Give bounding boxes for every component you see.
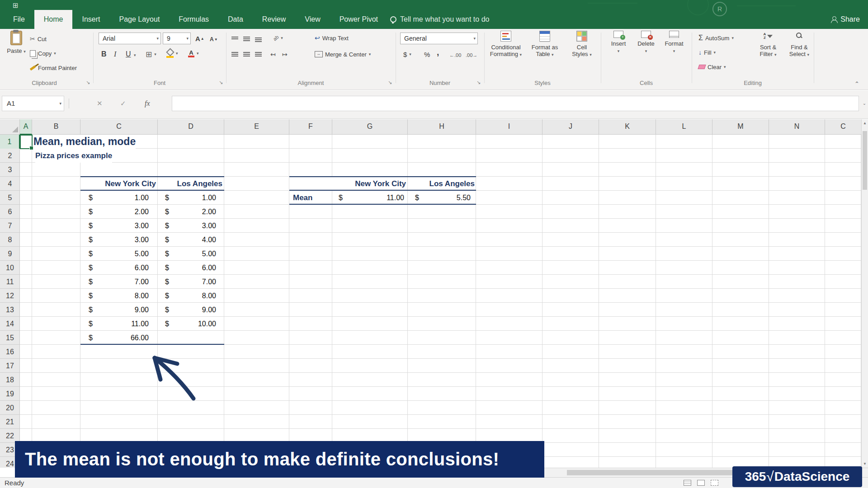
align-left-button[interactable] xyxy=(231,49,238,60)
paste-button[interactable]: Paste ▾ xyxy=(4,31,29,55)
dropdown-icon[interactable]: ▾ xyxy=(59,96,61,111)
row-header-18[interactable]: 18 xyxy=(0,373,20,387)
dropdown-icon[interactable]: ▾ xyxy=(186,33,189,44)
col-header-N[interactable]: N xyxy=(769,119,825,135)
comma-style-button[interactable]: , xyxy=(437,47,439,58)
dropdown-icon[interactable]: ▾ xyxy=(176,51,178,56)
row-header-6[interactable]: 6 xyxy=(0,205,20,219)
page-layout-view-button[interactable] xyxy=(697,480,705,486)
tell-me-box[interactable]: Tell me what you want to do xyxy=(390,10,489,29)
cell-D8[interactable]: $4.00 xyxy=(158,233,224,247)
cell-G4-header[interactable]: New York City xyxy=(289,177,406,191)
row-header-9[interactable]: 9 xyxy=(0,247,20,261)
col-header-M[interactable]: M xyxy=(712,119,769,135)
tab-formulas[interactable]: Formulas xyxy=(169,10,218,29)
dropdown-icon[interactable]: ▾ xyxy=(645,49,647,53)
cell-D10[interactable]: $6.00 xyxy=(158,261,224,275)
borders-button[interactable]: ⊞▾ xyxy=(146,49,156,60)
row-header-3[interactable]: 3 xyxy=(0,163,20,177)
autosum-button[interactable]: Σ AutoSum ▾ xyxy=(698,33,734,43)
fill-button[interactable]: ↓ Fill ▾ xyxy=(698,47,716,58)
cell-D9[interactable]: $5.00 xyxy=(158,247,224,261)
dropdown-icon[interactable]: ▾ xyxy=(714,50,716,55)
formula-input[interactable] xyxy=(172,96,859,111)
font-color-button[interactable]: A ▾ xyxy=(188,48,199,59)
orientation-button[interactable]: ab ▾ xyxy=(273,33,283,43)
tab-insert[interactable]: Insert xyxy=(72,10,109,29)
cancel-formula-button[interactable]: ✕ xyxy=(97,96,103,111)
cell-C12[interactable]: $8.00 xyxy=(80,289,158,303)
row-header-16[interactable]: 16 xyxy=(0,345,20,359)
number-format-combo[interactable]: General ▾ xyxy=(400,33,478,44)
row-header-10[interactable]: 10 xyxy=(0,261,20,275)
row-header-17[interactable]: 17 xyxy=(0,359,20,373)
col-header-F[interactable]: F xyxy=(289,119,332,135)
align-right-button[interactable] xyxy=(255,49,262,60)
insert-cells-button[interactable]: + Insert ▾ xyxy=(606,31,631,55)
cell-D6[interactable]: $2.00 xyxy=(158,205,224,219)
col-header-D[interactable]: D xyxy=(158,119,224,135)
cell-C7[interactable]: $3.00 xyxy=(80,219,158,233)
format-cells-button[interactable]: Format ▾ xyxy=(660,31,688,55)
increase-font-button[interactable]: A▲ xyxy=(195,33,204,44)
cell-styles-button[interactable]: Cell Styles ▾ xyxy=(564,31,600,58)
name-box[interactable]: A1 ▾ xyxy=(2,96,64,111)
cell-C5[interactable]: $1.00 xyxy=(80,191,158,205)
row-header-13[interactable]: 13 xyxy=(0,303,20,317)
font-dialog-launcher[interactable]: ↘ xyxy=(219,80,223,85)
dropdown-icon[interactable]: ▾ xyxy=(673,49,675,53)
normal-view-button[interactable] xyxy=(684,480,691,486)
cell-D13[interactable]: $9.00 xyxy=(158,303,224,317)
share-button[interactable]: Share xyxy=(831,10,860,29)
format-as-table-button[interactable]: Format as Table ▾ xyxy=(526,31,564,58)
dropdown-icon[interactable]: ▾ xyxy=(409,52,411,56)
page-break-view-button[interactable] xyxy=(711,480,718,486)
cell-D12[interactable]: $8.00 xyxy=(158,289,224,303)
fill-color-button[interactable]: ▾ xyxy=(166,48,178,59)
dropdown-icon[interactable]: ▾ xyxy=(54,51,56,56)
fill-handle[interactable] xyxy=(29,146,33,150)
row-header-4[interactable]: 4 xyxy=(0,177,20,191)
dropdown-icon[interactable]: ▾ xyxy=(281,36,283,40)
align-center-button[interactable] xyxy=(243,49,250,60)
vertical-scrollbar[interactable]: ▲ ▼ xyxy=(861,119,868,468)
conditional-formatting-button[interactable]: Conditional Formatting ▾ xyxy=(487,31,525,58)
italic-button[interactable]: I xyxy=(114,49,116,60)
format-painter-button[interactable]: Format Painter xyxy=(30,62,77,73)
tab-power-pivot[interactable]: Power Pivot xyxy=(330,10,387,29)
col-header-A[interactable]: A xyxy=(20,119,32,135)
number-dialog-launcher[interactable]: ↘ xyxy=(476,80,481,85)
accounting-format-button[interactable]: $ ▾ xyxy=(403,49,411,60)
dropdown-icon[interactable]: ▾ xyxy=(807,52,810,57)
cell-B2-subtitle[interactable]: Pizza prices example xyxy=(35,149,112,163)
delete-cells-button[interactable]: ✕ Delete ▾ xyxy=(633,31,659,55)
clear-button[interactable]: Clear ▾ xyxy=(698,61,726,72)
cell-C11[interactable]: $7.00 xyxy=(80,275,158,289)
col-header-I[interactable]: I xyxy=(476,119,542,135)
cell-C14[interactable]: $11.00 xyxy=(80,317,158,331)
row-header-2[interactable]: 2 xyxy=(0,149,20,163)
col-header-L[interactable]: L xyxy=(656,119,712,135)
alignment-dialog-launcher[interactable]: ↘ xyxy=(388,80,392,85)
dropdown-icon[interactable]: ▾ xyxy=(24,49,26,54)
wrap-text-button[interactable]: ↩ Wrap Text xyxy=(315,33,349,43)
collapse-ribbon-button[interactable]: ⌃ xyxy=(854,80,859,87)
cell-D14[interactable]: $10.00 xyxy=(158,317,224,331)
percent-style-button[interactable]: % xyxy=(424,49,430,60)
bold-button[interactable]: B xyxy=(101,49,107,60)
cell-D5[interactable]: $1.00 xyxy=(158,191,224,205)
row-header-15[interactable]: 15 xyxy=(0,331,20,345)
row-header-1[interactable]: 1 xyxy=(0,135,20,149)
cell-C8[interactable]: $3.00 xyxy=(80,233,158,247)
cell-C9[interactable]: $5.00 xyxy=(80,247,158,261)
row-header-12[interactable]: 12 xyxy=(0,289,20,303)
underline-button[interactable]: U xyxy=(126,49,131,60)
row-header-19[interactable]: 19 xyxy=(0,387,20,401)
scroll-down-icon[interactable]: ▼ xyxy=(862,462,868,466)
col-header-B[interactable]: B xyxy=(32,119,80,135)
find-select-button[interactable]: Find & Select ▾ xyxy=(785,31,814,58)
dropdown-icon[interactable]: ▾ xyxy=(520,52,522,57)
row-header-7[interactable]: 7 xyxy=(0,219,20,233)
col-header-K[interactable]: K xyxy=(599,119,656,135)
tab-review[interactable]: Review xyxy=(253,10,295,29)
